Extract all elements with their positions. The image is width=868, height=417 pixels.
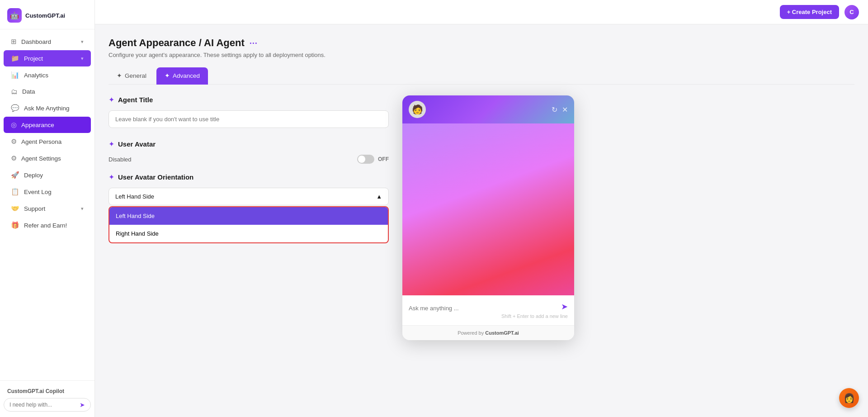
- preview-footer-text: Powered by: [458, 330, 485, 336]
- sidebar-item-appearance[interactable]: ◎ Appearance: [4, 117, 91, 133]
- copilot-input-wrap[interactable]: ➤: [4, 398, 91, 412]
- avatar-orientation-icon: ✦: [108, 173, 114, 181]
- avatar-orientation-section: ✦ User Avatar Orientation: [108, 173, 389, 181]
- share-icon[interactable]: ⋯: [249, 38, 257, 48]
- preview-header: 🧑 ↻ ✕: [402, 95, 574, 123]
- analytics-icon: 📊: [11, 71, 19, 79]
- page-header: Agent Appearance / AI Agent ⋯ Configure …: [108, 37, 854, 58]
- tab-general-icon: ✦: [117, 72, 122, 79]
- user-avatar-toggle[interactable]: [357, 155, 374, 164]
- preview-hint: Shift + Enter to add a new line: [409, 313, 568, 319]
- preview-chat-input[interactable]: [409, 305, 561, 312]
- sidebar-item-analytics[interactable]: 📊 Analytics: [4, 67, 91, 83]
- preview-close-icon[interactable]: ✕: [562, 105, 568, 114]
- page-title-text: Agent Appearance / AI Agent: [108, 37, 245, 49]
- agent-title-label: Agent Title: [118, 96, 153, 104]
- chevron-down-icon: ▾: [81, 56, 84, 62]
- deploy-icon: 🚀: [11, 171, 19, 179]
- sidebar: 🤖 CustomGPT.ai ⊞ Dashboard ▾ 📁 Project ▾…: [0, 0, 95, 417]
- sidebar-item-label: Support: [24, 205, 45, 212]
- content-area: ✦ Agent Title ✦ User Avatar Disabled OFF: [108, 95, 854, 340]
- sidebar-nav: ⊞ Dashboard ▾ 📁 Project ▾ 📊 Analytics 🗂 …: [0, 29, 94, 380]
- preview-refresh-icon[interactable]: ↻: [552, 105, 557, 114]
- tab-advanced-icon: ✦: [165, 72, 170, 79]
- preview-send-icon[interactable]: ➤: [561, 302, 568, 312]
- dropdown-option-right[interactable]: Right Hand Side: [109, 225, 388, 242]
- event-log-icon: 📋: [11, 188, 19, 196]
- avatar-orientation-dropdown: Left Hand Side ▲ Left Hand Side Right Ha…: [108, 188, 389, 205]
- sidebar-item-data[interactable]: 🗂 Data: [4, 84, 91, 100]
- dropdown-options: Left Hand Side Right Hand Side: [108, 206, 389, 243]
- toggle-knob: [358, 156, 365, 163]
- tab-general[interactable]: ✦ General: [108, 67, 155, 85]
- agent-title-section: ✦ Agent Title: [108, 95, 389, 104]
- sidebar-item-ask-me-anything[interactable]: 💬 Ask Me Anything: [4, 100, 91, 116]
- agent-title-input[interactable]: [108, 110, 389, 128]
- toggle-label: Disabled: [108, 156, 132, 163]
- preview-footer: Powered by CustomGPT.ai: [402, 325, 574, 340]
- logo-text: CustomGPT.ai: [25, 12, 65, 19]
- sidebar-item-support[interactable]: 🤝 Support ▾: [4, 200, 91, 217]
- tabs: ✦ General ✦ Advanced: [108, 67, 854, 85]
- agent-title-icon: ✦: [108, 95, 114, 104]
- logo-icon: 🤖: [7, 8, 22, 23]
- user-avatar-label: User Avatar: [118, 140, 156, 148]
- settings-panel: ✦ Agent Title ✦ User Avatar Disabled OFF: [108, 95, 389, 234]
- sidebar-item-label: Data: [22, 88, 35, 95]
- agent-persona-icon: ⚙: [11, 137, 17, 146]
- logo-area: 🤖 CustomGPT.ai: [0, 0, 94, 29]
- sidebar-item-refer[interactable]: 🎁 Refer and Earn!: [4, 217, 91, 233]
- user-avatar-icon: ✦: [108, 140, 114, 148]
- sidebar-item-label: Project: [24, 55, 43, 62]
- dashboard-icon: ⊞: [11, 38, 17, 46]
- project-icon: 📁: [11, 54, 19, 62]
- sidebar-item-agent-settings[interactable]: ⚙ Agent Settings: [4, 150, 91, 166]
- appearance-icon: ◎: [11, 121, 17, 129]
- tab-advanced-label: Advanced: [173, 72, 200, 79]
- tab-general-label: General: [125, 72, 146, 79]
- sidebar-item-label: Deploy: [24, 172, 43, 179]
- preview-input-area: ➤ Shift + Enter to add a new line: [402, 295, 574, 325]
- copilot-label: CustomGPT.ai Copilot: [4, 386, 91, 398]
- topbar-avatar[interactable]: C: [844, 5, 859, 19]
- sidebar-item-label: Dashboard: [21, 38, 51, 45]
- data-icon: 🗂: [11, 88, 18, 95]
- topbar: + Create Project C: [95, 0, 868, 24]
- sidebar-item-project[interactable]: 📁 Project ▾: [4, 50, 91, 66]
- preview-avatar: 🧑: [409, 101, 426, 118]
- chevron-down-icon: ▾: [81, 39, 84, 45]
- copilot-input[interactable]: [9, 402, 80, 408]
- create-project-button[interactable]: + Create Project: [780, 5, 839, 19]
- preview-body: [402, 123, 574, 295]
- support-icon: 🤝: [11, 204, 19, 213]
- preview-panel: 🧑 ↻ ✕ ➤ Shift + Enter to add a new line …: [402, 95, 574, 340]
- sidebar-item-label: Agent Settings: [21, 155, 61, 162]
- preview-input-row: ➤: [409, 302, 568, 312]
- main-content: Agent Appearance / AI Agent ⋯ Configure …: [95, 24, 868, 417]
- sidebar-item-label: Ask Me Anything: [24, 105, 70, 112]
- sidebar-item-event-log[interactable]: 📋 Event Log: [4, 184, 91, 200]
- sidebar-item-label: Appearance: [21, 122, 54, 128]
- chat-icon: 💬: [11, 104, 19, 112]
- sidebar-item-label: Analytics: [24, 72, 48, 79]
- refer-icon: 🎁: [11, 221, 19, 229]
- tab-advanced[interactable]: ✦ Advanced: [156, 67, 208, 85]
- sidebar-item-label: Refer and Earn!: [24, 222, 67, 229]
- sidebar-item-agent-persona[interactable]: ⚙ Agent Persona: [4, 133, 91, 150]
- sidebar-item-label: Agent Persona: [21, 138, 61, 145]
- user-avatar-section: ✦ User Avatar: [108, 140, 389, 148]
- preview-footer-brand: CustomGPT.ai: [485, 330, 519, 336]
- dropdown-option-left[interactable]: Left Hand Side: [109, 207, 388, 225]
- sidebar-item-dashboard[interactable]: ⊞ Dashboard ▾: [4, 33, 91, 50]
- send-icon[interactable]: ➤: [80, 401, 85, 408]
- agent-settings-icon: ⚙: [11, 154, 17, 162]
- dropdown-selected-value: Left Hand Side: [115, 193, 154, 200]
- dropdown-trigger[interactable]: Left Hand Side ▲: [108, 188, 389, 205]
- page-title: Agent Appearance / AI Agent ⋯: [108, 37, 854, 49]
- sidebar-item-deploy[interactable]: 🚀 Deploy: [4, 167, 91, 183]
- sidebar-bottom: CustomGPT.ai Copilot ➤: [0, 380, 94, 417]
- floating-avatar[interactable]: 👩: [839, 388, 859, 408]
- page-subtitle: Configure your agent's appearance. These…: [108, 52, 854, 58]
- toggle-row: Disabled OFF: [108, 155, 389, 164]
- toggle-state: OFF: [378, 156, 389, 162]
